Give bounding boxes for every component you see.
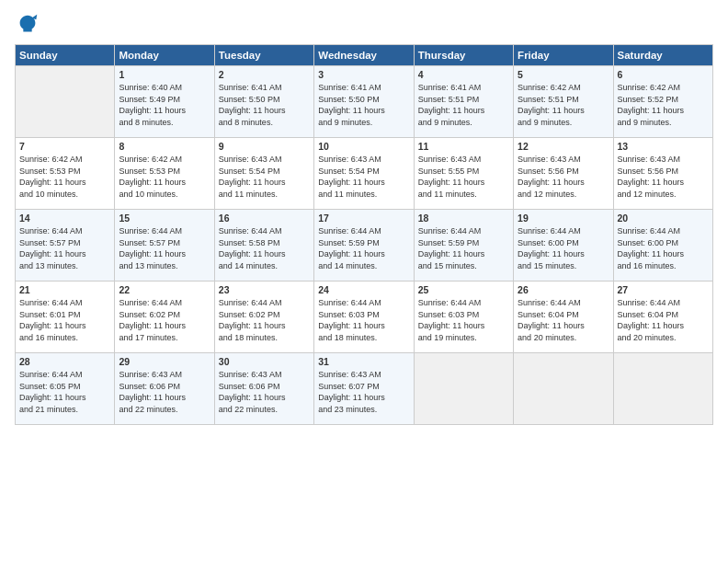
day-cell: 21Sunrise: 6:44 AMSunset: 6:01 PMDayligh…: [16, 282, 115, 353]
header-cell-monday: Monday: [115, 45, 214, 66]
day-info: Sunrise: 6:44 AMSunset: 6:02 PMDaylight:…: [219, 297, 310, 343]
header-cell-thursday: Thursday: [414, 45, 513, 66]
day-number: 17: [318, 213, 409, 224]
day-cell: 22Sunrise: 6:44 AMSunset: 6:02 PMDayligh…: [115, 282, 214, 353]
day-cell: 6Sunrise: 6:42 AMSunset: 5:52 PMDaylight…: [613, 66, 712, 138]
day-info: Sunrise: 6:44 AMSunset: 6:02 PMDaylight:…: [119, 297, 210, 343]
day-number: 10: [318, 141, 409, 152]
day-info: Sunrise: 6:43 AMSunset: 5:56 PMDaylight:…: [618, 154, 709, 200]
day-info: Sunrise: 6:43 AMSunset: 5:56 PMDaylight:…: [518, 154, 609, 200]
header-cell-sunday: Sunday: [16, 45, 115, 66]
day-info: Sunrise: 6:44 AMSunset: 6:00 PMDaylight:…: [618, 225, 709, 271]
day-number: 2: [219, 69, 310, 80]
day-info: Sunrise: 6:42 AMSunset: 5:53 PMDaylight:…: [119, 154, 210, 200]
day-number: 18: [418, 213, 509, 224]
day-info: Sunrise: 6:41 AMSunset: 5:50 PMDaylight:…: [219, 82, 310, 128]
week-row-4: 21Sunrise: 6:44 AMSunset: 6:01 PMDayligh…: [16, 282, 713, 353]
day-info: Sunrise: 6:43 AMSunset: 5:55 PMDaylight:…: [418, 154, 509, 200]
day-number: 5: [518, 69, 609, 80]
calendar-page: SundayMondayTuesdayWednesdayThursdayFrid…: [0, 0, 728, 563]
day-cell: [613, 353, 712, 425]
day-info: Sunrise: 6:44 AMSunset: 5:59 PMDaylight:…: [418, 225, 509, 271]
day-cell: 3Sunrise: 6:41 AMSunset: 5:50 PMDaylight…: [314, 66, 414, 138]
header-cell-saturday: Saturday: [613, 45, 712, 66]
day-number: 27: [618, 284, 709, 295]
day-number: 28: [19, 356, 110, 367]
header-row: SundayMondayTuesdayWednesdayThursdayFrid…: [16, 45, 713, 66]
day-cell: 13Sunrise: 6:43 AMSunset: 5:56 PMDayligh…: [613, 138, 712, 210]
day-number: 11: [418, 141, 509, 152]
day-number: 14: [19, 213, 110, 224]
header: [15, 11, 713, 37]
day-info: Sunrise: 6:44 AMSunset: 6:04 PMDaylight:…: [518, 297, 609, 343]
day-cell: 28Sunrise: 6:44 AMSunset: 6:05 PMDayligh…: [16, 353, 115, 425]
day-cell: 10Sunrise: 6:43 AMSunset: 5:54 PMDayligh…: [314, 138, 414, 210]
day-number: 21: [19, 284, 110, 295]
day-number: 8: [119, 141, 210, 152]
day-info: Sunrise: 6:44 AMSunset: 6:01 PMDaylight:…: [19, 297, 110, 343]
day-info: Sunrise: 6:42 AMSunset: 5:52 PMDaylight:…: [618, 82, 709, 128]
day-number: 26: [518, 284, 609, 295]
day-info: Sunrise: 6:42 AMSunset: 5:53 PMDaylight:…: [19, 154, 110, 200]
day-cell: 18Sunrise: 6:44 AMSunset: 5:59 PMDayligh…: [414, 210, 513, 282]
day-number: 7: [19, 141, 110, 152]
day-number: 13: [618, 141, 709, 152]
day-cell: 15Sunrise: 6:44 AMSunset: 5:57 PMDayligh…: [115, 210, 214, 282]
day-info: Sunrise: 6:43 AMSunset: 5:54 PMDaylight:…: [318, 154, 409, 200]
day-cell: 9Sunrise: 6:43 AMSunset: 5:54 PMDaylight…: [214, 138, 313, 210]
day-info: Sunrise: 6:43 AMSunset: 6:07 PMDaylight:…: [318, 369, 409, 415]
day-info: Sunrise: 6:44 AMSunset: 6:00 PMDaylight:…: [518, 225, 609, 271]
day-cell: 12Sunrise: 6:43 AMSunset: 5:56 PMDayligh…: [514, 138, 613, 210]
day-cell: 4Sunrise: 6:41 AMSunset: 5:51 PMDaylight…: [414, 66, 513, 138]
day-info: Sunrise: 6:43 AMSunset: 6:06 PMDaylight:…: [219, 369, 310, 415]
day-number: 24: [318, 284, 409, 295]
day-cell: 2Sunrise: 6:41 AMSunset: 5:50 PMDaylight…: [214, 66, 313, 138]
day-number: 22: [119, 284, 210, 295]
day-number: 23: [219, 284, 310, 295]
day-cell: 29Sunrise: 6:43 AMSunset: 6:06 PMDayligh…: [115, 353, 214, 425]
week-row-2: 7Sunrise: 6:42 AMSunset: 5:53 PMDaylight…: [16, 138, 713, 210]
logo: [15, 11, 44, 37]
week-row-5: 28Sunrise: 6:44 AMSunset: 6:05 PMDayligh…: [16, 353, 713, 425]
header-cell-tuesday: Tuesday: [214, 45, 313, 66]
day-info: Sunrise: 6:44 AMSunset: 6:03 PMDaylight:…: [318, 297, 409, 343]
day-info: Sunrise: 6:44 AMSunset: 5:59 PMDaylight:…: [318, 225, 409, 271]
day-number: 20: [618, 213, 709, 224]
day-cell: 8Sunrise: 6:42 AMSunset: 5:53 PMDaylight…: [115, 138, 214, 210]
day-cell: 19Sunrise: 6:44 AMSunset: 6:00 PMDayligh…: [514, 210, 613, 282]
day-cell: 11Sunrise: 6:43 AMSunset: 5:55 PMDayligh…: [414, 138, 513, 210]
day-number: 25: [418, 284, 509, 295]
day-info: Sunrise: 6:44 AMSunset: 6:04 PMDaylight:…: [618, 297, 709, 343]
day-number: 3: [318, 69, 409, 80]
day-cell: 30Sunrise: 6:43 AMSunset: 6:06 PMDayligh…: [214, 353, 313, 425]
day-cell: 27Sunrise: 6:44 AMSunset: 6:04 PMDayligh…: [613, 282, 712, 353]
day-info: Sunrise: 6:44 AMSunset: 5:57 PMDaylight:…: [19, 225, 110, 271]
day-number: 15: [119, 213, 210, 224]
day-cell: [414, 353, 513, 425]
day-number: 9: [219, 141, 310, 152]
day-cell: 26Sunrise: 6:44 AMSunset: 6:04 PMDayligh…: [514, 282, 613, 353]
day-info: Sunrise: 6:41 AMSunset: 5:50 PMDaylight:…: [318, 82, 409, 128]
day-cell: 16Sunrise: 6:44 AMSunset: 5:58 PMDayligh…: [214, 210, 313, 282]
day-number: 12: [518, 141, 609, 152]
day-info: Sunrise: 6:44 AMSunset: 6:05 PMDaylight:…: [19, 369, 110, 415]
day-cell: 7Sunrise: 6:42 AMSunset: 5:53 PMDaylight…: [16, 138, 115, 210]
day-info: Sunrise: 6:44 AMSunset: 5:58 PMDaylight:…: [219, 225, 310, 271]
day-info: Sunrise: 6:40 AMSunset: 5:49 PMDaylight:…: [119, 82, 210, 128]
day-number: 1: [119, 69, 210, 80]
day-cell: 17Sunrise: 6:44 AMSunset: 5:59 PMDayligh…: [314, 210, 414, 282]
day-cell: [514, 353, 613, 425]
day-cell: 1Sunrise: 6:40 AMSunset: 5:49 PMDaylight…: [115, 66, 214, 138]
day-info: Sunrise: 6:44 AMSunset: 6:03 PMDaylight:…: [418, 297, 509, 343]
day-cell: 23Sunrise: 6:44 AMSunset: 6:02 PMDayligh…: [214, 282, 313, 353]
day-cell: 5Sunrise: 6:42 AMSunset: 5:51 PMDaylight…: [514, 66, 613, 138]
day-cell: 31Sunrise: 6:43 AMSunset: 6:07 PMDayligh…: [314, 353, 414, 425]
day-info: Sunrise: 6:44 AMSunset: 5:57 PMDaylight:…: [119, 225, 210, 271]
day-number: 29: [119, 356, 210, 367]
day-cell: 24Sunrise: 6:44 AMSunset: 6:03 PMDayligh…: [314, 282, 414, 353]
calendar-table: SundayMondayTuesdayWednesdayThursdayFrid…: [15, 44, 713, 425]
logo-icon: [15, 11, 40, 37]
week-row-1: 1Sunrise: 6:40 AMSunset: 5:49 PMDaylight…: [16, 66, 713, 138]
day-number: 19: [518, 213, 609, 224]
day-info: Sunrise: 6:42 AMSunset: 5:51 PMDaylight:…: [518, 82, 609, 128]
